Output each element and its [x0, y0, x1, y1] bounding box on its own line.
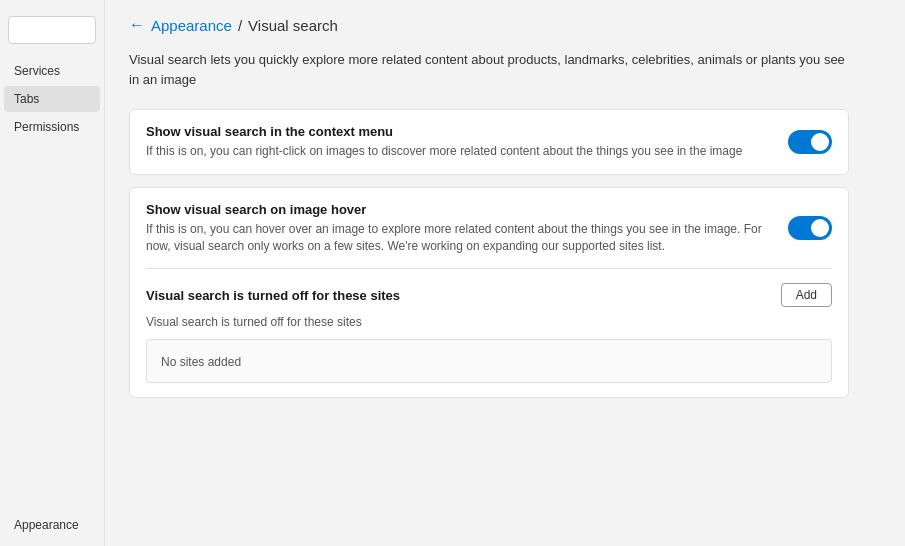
image-hover-description: If this is on, you can hover over an ima… — [146, 221, 768, 255]
breadcrumb-current: Visual search — [248, 17, 338, 34]
context-menu-toggle-track[interactable] — [788, 130, 832, 154]
disabled-sites-section: Visual search is turned off for these si… — [130, 269, 848, 397]
main-content: ← Appearance / Visual search Visual sear… — [105, 0, 905, 546]
page-description: Visual search lets you quickly explore m… — [129, 50, 849, 89]
back-icon[interactable]: ← — [129, 16, 145, 34]
sites-list-area: No sites added — [146, 339, 832, 383]
image-hover-toggle-thumb — [811, 219, 829, 237]
image-hover-toggle[interactable] — [788, 216, 832, 240]
breadcrumb-parent-link[interactable]: Appearance — [151, 17, 232, 34]
context-menu-description: If this is on, you can right-click on im… — [146, 143, 768, 160]
add-site-button[interactable]: Add — [781, 283, 832, 307]
sites-title: Visual search is turned off for these si… — [146, 288, 400, 303]
sidebar-item-tabs[interactable]: Tabs — [4, 86, 100, 112]
context-menu-card: Show visual search in the context menu I… — [129, 109, 849, 175]
breadcrumb-separator: / — [238, 17, 242, 34]
no-sites-text: No sites added — [161, 355, 241, 369]
image-hover-content: Show visual search on image hover If thi… — [146, 202, 788, 255]
sidebar: Services Tabs Permissions Appearance — [0, 0, 105, 546]
image-hover-toggle-track[interactable] — [788, 216, 832, 240]
search-input-container — [8, 16, 96, 44]
sidebar-item-permissions[interactable]: Permissions — [4, 114, 100, 140]
context-menu-content: Show visual search in the context menu I… — [146, 124, 788, 160]
context-menu-row: Show visual search in the context menu I… — [130, 110, 848, 174]
image-hover-title: Show visual search on image hover — [146, 202, 768, 217]
sidebar-item-appearance[interactable]: Appearance — [4, 512, 100, 538]
sidebar-item-services[interactable]: Services — [4, 58, 100, 84]
sites-header: Visual search is turned off for these si… — [146, 283, 832, 307]
image-hover-row: Show visual search on image hover If thi… — [130, 188, 848, 269]
context-menu-toggle-thumb — [811, 133, 829, 151]
context-menu-toggle[interactable] — [788, 130, 832, 154]
context-menu-title: Show visual search in the context menu — [146, 124, 768, 139]
breadcrumb: ← Appearance / Visual search — [129, 16, 881, 34]
image-hover-card: Show visual search on image hover If thi… — [129, 187, 849, 399]
sites-description: Visual search is turned off for these si… — [146, 315, 832, 329]
